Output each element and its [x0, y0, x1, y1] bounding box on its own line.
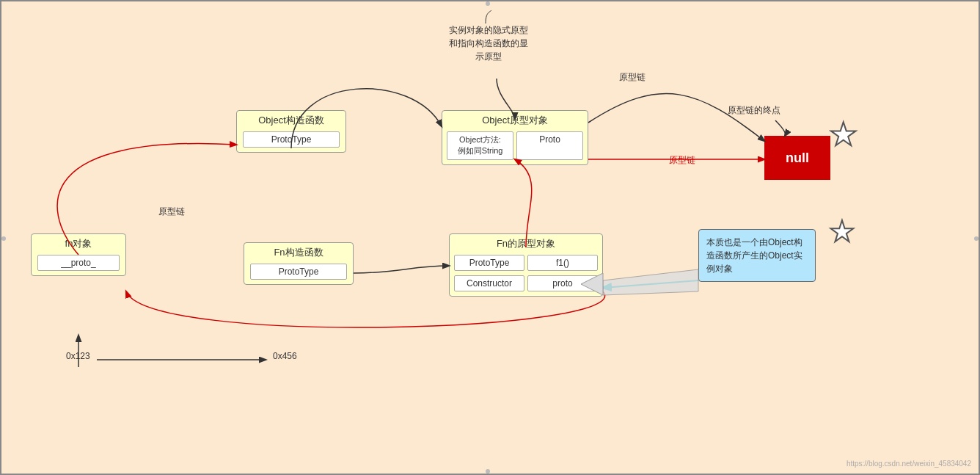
implicit-proto-label: 实例对象的隐式原型和指向构造函数的显示原型: [449, 23, 528, 63]
proto-chain-top-label: 原型链: [619, 71, 646, 84]
object-proto-cell: Proto: [516, 131, 583, 160]
proto-chain-left-label: 原型链: [158, 206, 185, 218]
object-methods-cell: Object方法:例如同String: [447, 131, 513, 160]
info-text: 本质也是一个由Object构造函数所产生的Object实例对象: [706, 237, 802, 274]
watermark: https://blog.csdn.net/weixin_45834042: [846, 460, 971, 468]
edge-dot-left: [1, 236, 6, 241]
fn-object-title: fn对象: [32, 234, 125, 252]
object-prototype-box: Object原型对象 Object方法:例如同String Proto: [442, 110, 588, 165]
info-box: 本质也是一个由Object构造函数所产生的Object实例对象: [698, 229, 816, 282]
fn-constructor-cell: Constructor: [454, 275, 524, 291]
addr-fn-proto: 0x456: [273, 351, 297, 361]
svg-marker-0: [603, 269, 698, 295]
edge-dot-right: [974, 236, 979, 241]
object-constructor-box: Object构造函数 ProtoType: [236, 110, 346, 153]
star-bottom-right: ★: [829, 214, 855, 248]
edge-dot-bottom: [486, 469, 490, 474]
edge-dot-top: [486, 1, 490, 6]
addr-fn: 0x123: [66, 351, 90, 361]
object-constructor-title: Object构造函数: [237, 111, 345, 128]
fn-prototype-cell: ProtoType: [454, 255, 524, 271]
fn-object-box: fn对象 __proto_: [31, 233, 126, 276]
fn-prototype-title: Fn的原型对象: [450, 234, 602, 252]
object-constructor-prototype: ProtoType: [243, 131, 340, 148]
fn-prototype-box: Fn的原型对象 ProtoType f1() Constructor proto: [449, 233, 603, 297]
null-box: null: [764, 136, 830, 180]
fn-constructor-prototype: ProtoType: [250, 264, 347, 280]
proto-chain-end-label: 原型链的终点: [728, 104, 780, 117]
star-top-right: ★: [829, 115, 858, 153]
main-canvas: Object构造函数 ProtoType Object原型对象 Object方法…: [0, 0, 980, 475]
fn-constructor-title: Fn构造函数: [244, 243, 353, 261]
null-text: null: [786, 151, 809, 166]
fn-proto-cell: proto: [527, 275, 598, 291]
fn-object-proto: __proto_: [37, 255, 120, 271]
fn-constructor-box: Fn构造函数 ProtoType: [244, 242, 354, 285]
object-prototype-title: Object原型对象: [442, 111, 588, 128]
proto-chain-red-label: 原型链: [669, 154, 695, 167]
fn-f1-cell: f1(): [527, 255, 598, 271]
